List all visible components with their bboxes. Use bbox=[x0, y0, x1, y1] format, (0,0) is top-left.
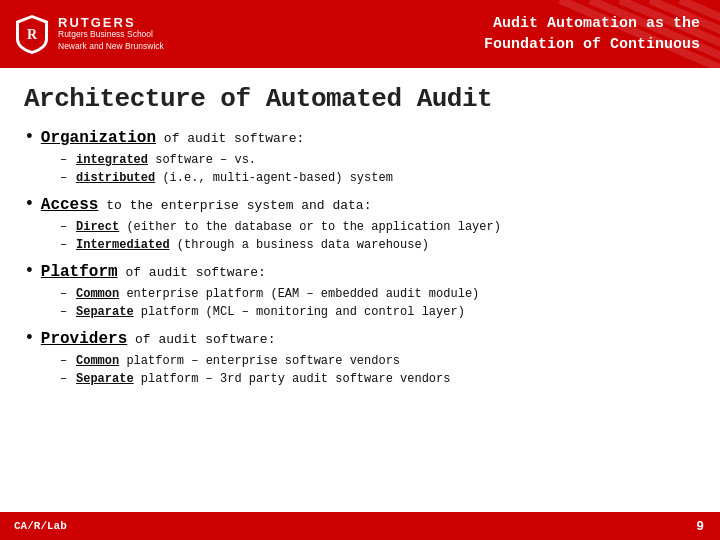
keyword-distributed: distributed bbox=[76, 171, 155, 185]
sub-bullets-access: – Direct (either to the database or to t… bbox=[60, 218, 696, 254]
header-decoration bbox=[540, 0, 720, 68]
footer-bar: CA/R/Lab 9 bbox=[0, 512, 720, 540]
keyword-integrated: integrated bbox=[76, 153, 148, 167]
sub-bullets-providers: – Common platform – enterprise software … bbox=[60, 352, 696, 388]
logo-section: R RUTGERS Rutgers Business School Newark… bbox=[0, 0, 200, 68]
bullet-dot-3: • bbox=[24, 262, 35, 280]
rutgers-shield: R bbox=[14, 13, 50, 55]
sub-bullet-distributed: – distributed (i.e., multi-agent-based) … bbox=[60, 169, 696, 187]
keyword-direct: Direct bbox=[76, 220, 119, 234]
text-distributed: (i.e., multi-agent-based) system bbox=[155, 171, 393, 185]
bullet-main-access: • Access to the enterprise system and da… bbox=[24, 195, 696, 214]
bullet-dot-2: • bbox=[24, 195, 35, 213]
school-line1: Rutgers Business School bbox=[58, 29, 164, 40]
sub-bullet-separate-providers: – Separate platform – 3rd party audit so… bbox=[60, 370, 696, 388]
main-content: Architecture of Automated Audit • Organi… bbox=[0, 68, 720, 406]
footer-label: CA/R/Lab bbox=[14, 520, 67, 532]
svg-text:R: R bbox=[27, 27, 38, 42]
text-separate-providers: platform – 3rd party audit software vend… bbox=[134, 372, 451, 386]
keyword-organization: Organization bbox=[41, 129, 156, 147]
bullet-providers: • Providers of audit software: – Common … bbox=[24, 329, 696, 388]
page-number: 9 bbox=[696, 519, 704, 534]
keyword-common-platform: Common bbox=[76, 287, 119, 301]
sub-bullet-intermediated: – Intermediated (through a business data… bbox=[60, 236, 696, 254]
text-intermediated: (through a business data warehouse) bbox=[170, 238, 429, 252]
rest-access: to the enterprise system and data: bbox=[98, 198, 371, 213]
sub-bullet-separate-platform: – Separate platform (MCL – monitoring an… bbox=[60, 303, 696, 321]
bullet-organization: • Organization of audit software: – inte… bbox=[24, 128, 696, 187]
keyword-intermediated: Intermediated bbox=[76, 238, 170, 252]
rest-platform: of audit software: bbox=[118, 265, 266, 280]
page-title: Architecture of Automated Audit bbox=[24, 84, 696, 114]
keyword-access: Access bbox=[41, 196, 99, 214]
text-integrated: software – vs. bbox=[148, 153, 256, 167]
rest-providers: of audit software: bbox=[127, 332, 275, 347]
text-common-providers: platform – enterprise software vendors bbox=[119, 354, 400, 368]
text-separate-platform: platform (MCL – monitoring and control l… bbox=[134, 305, 465, 319]
sub-bullets-organization: – integrated software – vs. – distribute… bbox=[60, 151, 696, 187]
bullet-dot-4: • bbox=[24, 329, 35, 347]
school-line2: Newark and New Brunswick bbox=[58, 41, 164, 52]
keyword-separate-providers: Separate bbox=[76, 372, 134, 386]
header: R RUTGERS Rutgers Business School Newark… bbox=[0, 0, 720, 68]
keyword-separate-platform: Separate bbox=[76, 305, 134, 319]
bullet-main-organization: • Organization of audit software: bbox=[24, 128, 696, 147]
bullet-main-providers: • Providers of audit software: bbox=[24, 329, 696, 348]
keyword-common-providers: Common bbox=[76, 354, 119, 368]
sub-bullet-integrated: – integrated software – vs. bbox=[60, 151, 696, 169]
keyword-platform: Platform bbox=[41, 263, 118, 281]
text-direct: (either to the database or to the applic… bbox=[119, 220, 501, 234]
text-common-platform: enterprise platform (EAM – embedded audi… bbox=[119, 287, 479, 301]
bullet-dot-1: • bbox=[24, 128, 35, 146]
university-name: RUTGERS bbox=[58, 16, 164, 29]
bullet-main-platform: • Platform of audit software: bbox=[24, 262, 696, 281]
bullet-platform: • Platform of audit software: – Common e… bbox=[24, 262, 696, 321]
rest-organization: of audit software: bbox=[156, 131, 304, 146]
sub-bullets-platform: – Common enterprise platform (EAM – embe… bbox=[60, 285, 696, 321]
sub-bullet-common-providers: – Common platform – enterprise software … bbox=[60, 352, 696, 370]
sub-bullet-common-platform: – Common enterprise platform (EAM – embe… bbox=[60, 285, 696, 303]
keyword-providers: Providers bbox=[41, 330, 127, 348]
bullet-access: • Access to the enterprise system and da… bbox=[24, 195, 696, 254]
sub-bullet-direct: – Direct (either to the database or to t… bbox=[60, 218, 696, 236]
